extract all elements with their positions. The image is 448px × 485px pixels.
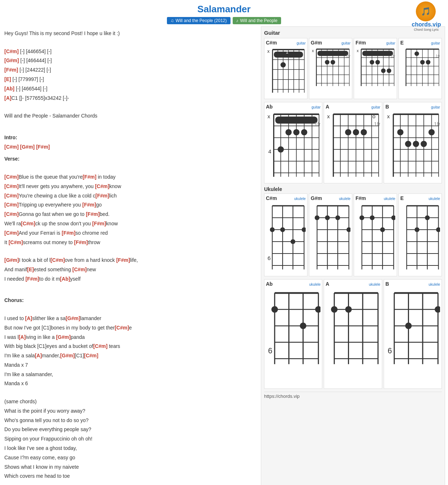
music-icon: ♫ [171,18,174,23]
svg-point-187 [436,227,440,232]
svg-point-213 [345,306,352,313]
chord-uke-label-gshm[interactable]: ukulele [339,197,350,201]
artist-badges: ♫ Will and the People (2012) ♪ Will and … [0,17,448,24]
chord-guitar-label-e[interactable]: guitar [431,41,440,45]
verse-line-1: [C#m]Blue is the queue that you're[F#m] … [4,173,255,182]
svg-point-126 [413,141,419,147]
logo-site-name: chords.vip [412,21,441,28]
svg-point-142 [302,227,306,232]
chord-uke-label-b[interactable]: ukulele [428,282,440,286]
intro-chord-gsharp[interactable]: [G#m] [20,144,35,150]
chord-item-guitar-e: E guitar [399,38,442,99]
svg-point-171 [370,215,375,220]
chord-uke-label-e[interactable]: ukulele [428,197,440,201]
chord-diagram-ab-uke: 6 1fr [266,288,320,386]
chord-guitar-label-b[interactable]: guitar [431,105,440,109]
svg-point-173 [391,215,395,220]
chord-guitar-label-ab[interactable]: guitar [311,105,320,109]
chord-item-guitar-cshm: C#m guitar x [264,38,307,99]
ukulele-chord-grid-row2: Ab ukulele [264,279,442,389]
svg-rect-13 [274,52,303,58]
chorus-line-2: But now I've got [C1]bones in my body to… [4,324,255,332]
chord-item-guitar-a: A guitar x o [324,102,382,184]
chord-gsharp[interactable]: [G#m] [4,58,19,63]
svg-point-199 [300,323,306,329]
svg-point-50 [381,68,386,73]
intro-chord-fsharp[interactable]: [F#m] [36,144,50,150]
svg-point-224 [405,323,412,329]
badge-artist-year[interactable]: ♫ Will and the People (2012) [167,17,230,24]
person-icon: ♪ [236,18,238,23]
svg-point-186 [425,215,430,220]
chord-item-uke-gshm: G#m ukulele [309,193,352,276]
chord-guitar-label-a[interactable]: guitar [371,105,380,109]
verse2-8: Which covers me head to toe [4,472,255,481]
site-logo[interactable]: 🎵 chords.vip Chord Song Lyric [408,1,444,24]
chord-name-e-u: E [400,195,404,201]
chord-guitar-label-gshm[interactable]: guitar [341,41,350,45]
svg-text:x: x [327,113,330,119]
page-title: Salamander [0,4,448,15]
guitar-chord-grid-row2: Ab guitar x [264,102,442,184]
svg-point-200 [315,306,320,313]
svg-point-84 [285,129,292,135]
chord-list-4: [E] [-] [779997] [-] [4,75,255,84]
chord-item-guitar-gshm: G#m guitar x [309,38,352,99]
svg-point-155 [315,215,319,220]
verse-line-3: [C#m]You're chewing a clue like a cold c… [4,192,255,200]
chord-diagram-b-guitar: x [385,110,440,181]
chord-e[interactable]: [E] [4,76,11,82]
verse-line-9: [G#m]I took a bit of l[C#m]ove from a ha… [4,256,255,265]
chord-name-gshm-g: G#m [311,40,322,46]
chord-name-ab-u: Ab [266,281,273,287]
chord-fsharp[interactable]: [F#m] [4,67,18,73]
chord-item-uke-fshm: F#m ukulele [354,193,397,276]
svg-text:1fr: 1fr [314,121,320,127]
same-chords: (same chords) [4,397,255,406]
chord-guitar-label-fshm[interactable]: guitar [386,41,395,45]
verse-line-2: [C#m]It'll never gets you anywhere, you … [4,182,255,191]
svg-point-48 [370,60,374,65]
chord-diagram-a-guitar: x o [326,110,380,181]
chord-uke-label-cshm[interactable]: ukulele [294,197,306,201]
chorus-salamander: I'm like a salamander, [4,370,255,379]
intro-chord-csharp[interactable]: [C#m] [4,144,19,150]
svg-point-127 [421,141,427,147]
verse2-6: Cause I?m easy come, easy go [4,454,255,462]
chord-diagram-gshm-guitar: x [311,46,350,89]
svg-text:6: 6 [267,255,271,261]
svg-text:1fr: 1fr [374,121,380,127]
chord-list-5: [Ab] [-] [466544] [-] [4,85,255,93]
chord-uke-label-ab[interactable]: ukulele [309,282,321,286]
svg-point-225 [435,306,440,313]
svg-point-124 [428,129,435,135]
intro-chords: [C#m] [G#m] [F#m] [4,143,255,152]
chord-diagram-a-uke: 1fr [326,288,380,386]
svg-point-172 [380,227,385,232]
chord-list-3: [F#m] [-] [244222] [-] [4,66,255,75]
verse2-2: Who's gonna tell you not to do so yo? [4,416,255,425]
badge-artist[interactable]: ♪ Will and the People [233,17,281,24]
svg-point-105 [345,129,351,135]
badge-artist-label: Will and the People [240,18,277,23]
chord-diagram-cshm-guitar: x [266,46,306,96]
verse-line-4: [C#m]Tripping up everywhere you [F#m]go [4,201,255,209]
svg-point-170 [359,215,364,220]
guitar-chord-grid-row1: C#m guitar x [264,38,442,99]
logo-icon: 🎵 [416,1,436,21]
chord-csharp[interactable]: [C#m] [4,48,19,54]
chord-uke-label-a[interactable]: ukulele [369,282,380,286]
chord-list-6: [A]C1 []- [577655]x34242 [-]- [4,94,255,103]
chord-a[interactable]: [A] [4,95,11,101]
header: Salamander ♫ Will and the People (2012) … [0,0,448,26]
svg-rect-47 [362,51,393,56]
chord-uke-label-fshm[interactable]: ukulele [384,197,395,201]
chord-guitar-label-cshm[interactable]: guitar [297,41,306,45]
chord-name-gshm-u: G#m [311,195,322,201]
chord-name-b-g: B [385,104,389,110]
chorus-line-4: With big black [C1]eyes and a bucket of[… [4,342,255,351]
chorus-line-5: I'm like a sala[A]mander,[G#m][C1][C#m] [4,352,255,360]
chord-ab[interactable]: [Ab] [4,86,14,92]
chord-name-fshm-g: F#m [356,40,366,46]
content-area: Hey Guys! This is my second Post! I hope… [0,26,448,485]
